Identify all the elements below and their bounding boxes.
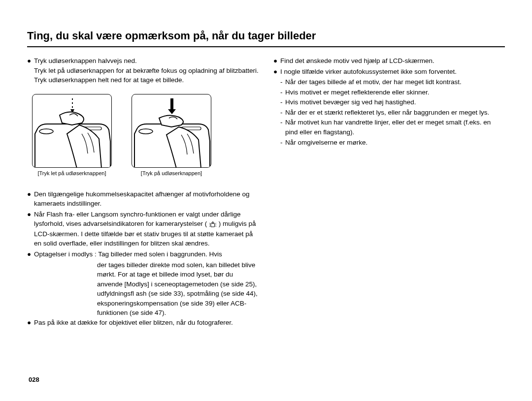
b5-text: Pas på ikke at dække for objektivet elle…: [34, 318, 259, 328]
content-columns: ● Tryk udløserknappen halvvejs ned. Tryk…: [27, 56, 505, 329]
dash-reflective: - Hvis motivet er meget reflekterende el…: [280, 88, 505, 97]
figure-full-press-image: [132, 94, 211, 168]
figure-half-press-caption: [Tryk let på udløserknappen]: [38, 170, 106, 178]
bullet-find-subject: ● Find det ønskede motiv ved hjælp af LC…: [273, 56, 505, 66]
page-number: 028: [29, 376, 39, 383]
figure-half-press: [Tryk let på udløserknappen]: [32, 94, 112, 178]
b4-body1: Tag billeder med solen i baggrunden. Hvi…: [98, 250, 222, 258]
bullet-memory: ● Den tilgængelige hukommelseskapacitet …: [27, 189, 259, 209]
figure-full-press-caption: [Tryk på udløserknappen]: [141, 170, 202, 178]
b4-lead: Optagelser i modlys :: [34, 250, 97, 258]
b1-body: Tryk let på udløserknappen for at bekræf…: [34, 67, 259, 84]
shake-icon: [209, 219, 217, 229]
b1-lead: Tryk udløserknappen halvvejs ned.: [34, 57, 137, 64]
bullet-cover-lens: ● Pas på ikke at dække for objektivet el…: [27, 318, 259, 328]
bullet-shake-warning: ● Når Flash fra- eller Langsom synchro-f…: [27, 210, 259, 248]
r-b1: Find det ønskede motiv ved hjælp af LCD-…: [280, 56, 505, 66]
right-column: ● Find det ønskede motiv ved hjælp af LC…: [273, 56, 505, 329]
svg-rect-6: [170, 98, 173, 109]
b4-continuation: der tages billeder direkte mod solen, ka…: [27, 260, 259, 318]
figures-row: [Tryk let på udløserknappen]: [32, 94, 259, 178]
dash-low-contrast: - Når der tages billede af et motiv, der…: [280, 77, 505, 87]
dash-dark: - Når omgivelserne er mørke.: [280, 138, 505, 148]
left-column: ● Tryk udløserknappen halvvejs ned. Tryk…: [27, 56, 259, 329]
dash-fast-moving: - Hvis motivet bevæger sig ved høj hasti…: [280, 97, 505, 107]
page-title: Ting, du skal være opmærksom på, når du …: [27, 30, 505, 47]
r-b2: I nogle tilfælde virker autofokussysteme…: [280, 67, 505, 77]
b2-text: Den tilgængelige hukommelseskapacitet af…: [34, 189, 259, 209]
figure-half-press-image: [32, 94, 112, 168]
svg-marker-7: [168, 109, 176, 114]
af-sublist: - Når der tages billede af et motiv, der…: [273, 77, 505, 147]
figure-full-press: [Tryk på udløserknappen]: [132, 94, 211, 178]
dash-horizontal-lines: - Når motivet kun har vandrette linjer, …: [280, 118, 505, 137]
dash-bright-bg: - Når der er et stærkt reflekteret lys, …: [280, 108, 505, 118]
bullet-backlight: ● Optagelser i modlys : Tag billeder med…: [27, 249, 259, 259]
bullet-shutter-halfway: ● Tryk udløserknappen halvvejs ned. Tryk…: [27, 56, 259, 85]
bullet-af-cases: ● I nogle tilfælde virker autofokussyste…: [273, 67, 505, 77]
